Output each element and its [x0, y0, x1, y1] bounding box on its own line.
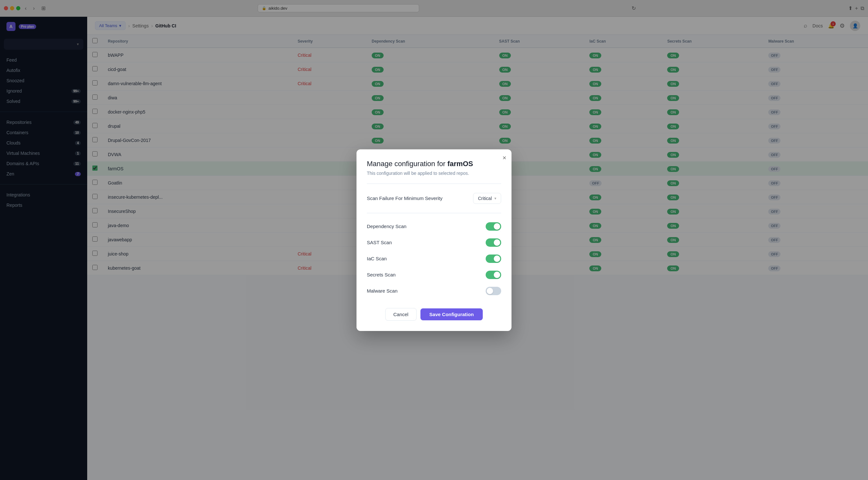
- scan-failure-severity-row: Scan Failure For Minimum Severity Critic…: [367, 189, 501, 208]
- dependency-scan-label: Dependency Scan: [367, 224, 407, 229]
- dependency-scan-toggle[interactable]: [486, 222, 501, 231]
- sast-scan-toggle[interactable]: [486, 238, 501, 247]
- toggle-knob: [494, 239, 500, 246]
- sast-scan-row: SAST Scan: [367, 235, 501, 251]
- modal-title: Manage configuration for farmOS: [367, 160, 501, 168]
- toggle-knob: [487, 288, 493, 294]
- modal-footer: Cancel Save Configuration: [367, 308, 501, 321]
- toggle-knob: [494, 255, 500, 262]
- chevron-down-icon: ▾: [494, 196, 496, 201]
- scan-failure-label: Scan Failure For Minimum Severity: [367, 196, 442, 201]
- manage-configuration-modal: × Manage configuration for farmOS This c…: [356, 149, 512, 331]
- dependency-scan-row: Dependency Scan: [367, 218, 501, 235]
- secrets-scan-toggle[interactable]: [486, 271, 501, 279]
- sast-scan-label: SAST Scan: [367, 240, 392, 245]
- modal-overlay[interactable]: × Manage configuration for farmOS This c…: [0, 0, 868, 480]
- malware-scan-label: Malware Scan: [367, 288, 398, 294]
- iac-scan-toggle[interactable]: [486, 254, 501, 263]
- modal-title-prefix: Manage configuration for: [367, 160, 447, 168]
- severity-value: Critical: [478, 196, 492, 201]
- secrets-scan-row: Secrets Scan: [367, 267, 501, 283]
- iac-scan-label: IaC Scan: [367, 256, 387, 261]
- modal-close-button[interactable]: ×: [502, 155, 506, 161]
- modal-divider-top: [367, 183, 501, 184]
- severity-select[interactable]: Critical ▾: [473, 193, 501, 204]
- toggle-knob: [494, 223, 500, 230]
- toggle-knob: [494, 272, 500, 278]
- malware-scan-row: Malware Scan: [367, 283, 501, 299]
- save-configuration-button[interactable]: Save Configuration: [421, 308, 483, 320]
- secrets-scan-label: Secrets Scan: [367, 272, 396, 277]
- iac-scan-row: IaC Scan: [367, 251, 501, 267]
- modal-divider-2: [367, 213, 501, 213]
- malware-scan-toggle[interactable]: [486, 287, 501, 295]
- modal-subtitle: This configuration will be applied to se…: [367, 171, 501, 176]
- cancel-button[interactable]: Cancel: [385, 308, 416, 321]
- modal-title-repo: farmOS: [447, 160, 473, 168]
